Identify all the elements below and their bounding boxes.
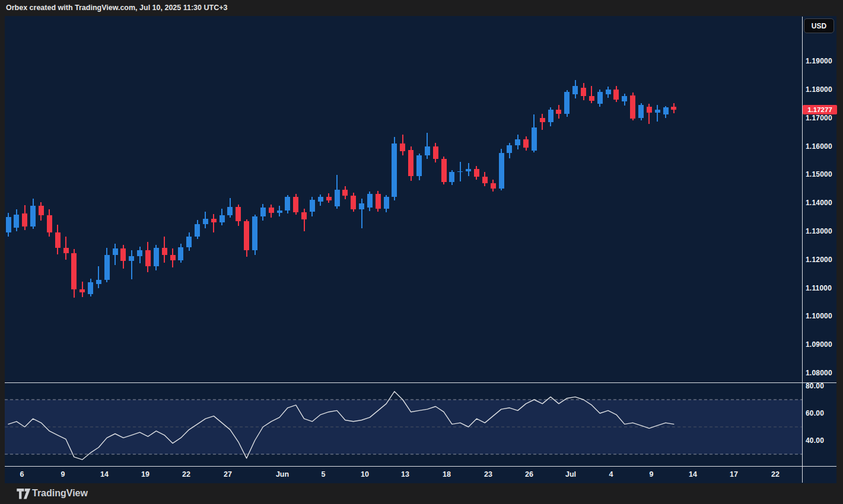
time-tick-label: Jul [565, 470, 576, 479]
price-tick-label: 1.18000 [806, 85, 832, 94]
candle-wick [361, 199, 362, 228]
candle-wick [131, 250, 132, 279]
price-tick-label: 1.15000 [806, 170, 832, 178]
price-pane[interactable] [5, 17, 802, 382]
candle-body [178, 247, 183, 260]
candle-body [170, 255, 176, 260]
candle-body [162, 248, 167, 255]
price-tick-label: 1.19000 [806, 57, 832, 65]
time-tick-label: 9 [61, 470, 65, 479]
last-price-badge: 1.17277 [803, 105, 837, 114]
candle-body [195, 224, 200, 237]
price-tick-label: 1.11000 [806, 284, 832, 292]
time-tick-label: 14 [100, 470, 109, 479]
candle-body [186, 237, 192, 247]
candle-body [79, 289, 85, 292]
candle-body [408, 150, 413, 176]
candle-body [22, 213, 27, 227]
candle-body [581, 88, 586, 96]
snapshot-frame: Orbex created with TradingView.com, Jul … [0, 0, 843, 504]
currency-button[interactable]: USD [804, 18, 834, 33]
candle-body [47, 215, 52, 232]
candle-body [30, 206, 36, 227]
time-tick-label: 27 [224, 470, 232, 479]
time-tick-label: 10 [361, 470, 369, 479]
candle-body [630, 95, 635, 118]
candle-body [301, 212, 307, 219]
time-tick-label: Jun [276, 470, 289, 479]
candle-body [613, 90, 619, 100]
candle-body [367, 194, 373, 208]
time-tick-label: 6 [20, 470, 24, 479]
candle-body [441, 159, 447, 183]
rsi-tick-label: 60.00 [806, 409, 824, 417]
candle-body [351, 196, 356, 209]
candle-wick [304, 209, 305, 231]
candle-body [433, 146, 438, 159]
candle-body [655, 110, 660, 113]
candle-body [647, 107, 652, 113]
candle-body [104, 255, 110, 280]
candle-body [137, 250, 142, 256]
time-tick-label: 26 [525, 470, 533, 479]
candle-body [342, 190, 348, 196]
candle-body [449, 172, 454, 182]
attribution-bar: Orbex created with TradingView.com, Jul … [0, 0, 843, 16]
candle-body [606, 90, 611, 94]
candle-body [318, 197, 323, 202]
candle-body [466, 169, 471, 171]
price-tick-label: 1.16000 [806, 142, 832, 151]
candle-body [515, 139, 520, 145]
price-tick-label: 1.12000 [806, 256, 832, 264]
candle-body [71, 253, 77, 289]
candle-body [359, 203, 364, 209]
candle-body [335, 190, 340, 206]
candle-body [96, 280, 101, 284]
tradingview-wordmark: TradingView [32, 488, 88, 499]
candle-body [384, 197, 389, 209]
price-tick-label: 1.13000 [806, 227, 832, 235]
candle-body [671, 107, 676, 110]
time-tick-label: 14 [689, 470, 697, 479]
candle-body [597, 92, 603, 104]
candle-body [507, 145, 512, 153]
candle-body [572, 86, 578, 94]
candle-body [154, 248, 159, 267]
candle-body [88, 282, 93, 294]
candle-body [400, 143, 405, 151]
candle-body [548, 110, 553, 123]
candle-body [556, 110, 561, 114]
price-axis-separator [802, 17, 803, 483]
candle-body [145, 250, 151, 266]
candle-body [129, 256, 134, 261]
time-tick-label: 9 [650, 470, 654, 479]
rsi-tick-label: 80.00 [806, 382, 824, 390]
price-tick-label: 1.14000 [806, 199, 832, 207]
candle-body [622, 96, 627, 102]
candle-wick [213, 214, 214, 232]
time-tick-label: 5 [322, 470, 326, 479]
footer: TradingView [0, 483, 843, 504]
candle-body [310, 200, 315, 212]
time-axis-separator [5, 466, 836, 467]
candle-body [416, 155, 422, 176]
pane-separator[interactable] [5, 382, 836, 383]
candle-body [211, 219, 217, 222]
candle-body [474, 169, 479, 177]
candle-body [638, 105, 644, 118]
candle-body [55, 232, 61, 248]
price-tick-label: 1.08000 [806, 369, 832, 377]
candle-body [326, 197, 332, 200]
candle-body [113, 248, 118, 256]
time-tick-label: 22 [771, 470, 780, 479]
chart-widget[interactable]: USD 1.190001.180001.170001.160001.150001… [5, 16, 836, 483]
candle-body [269, 208, 274, 213]
candle-body [63, 248, 69, 254]
time-tick-label: 23 [484, 470, 492, 479]
rsi-pane[interactable] [5, 382, 802, 466]
tradingview-logo-icon [17, 489, 31, 499]
time-tick-label: 18 [443, 470, 451, 479]
time-tick-label: 4 [609, 470, 613, 479]
candle-body [564, 92, 570, 114]
candle-body [285, 197, 290, 210]
